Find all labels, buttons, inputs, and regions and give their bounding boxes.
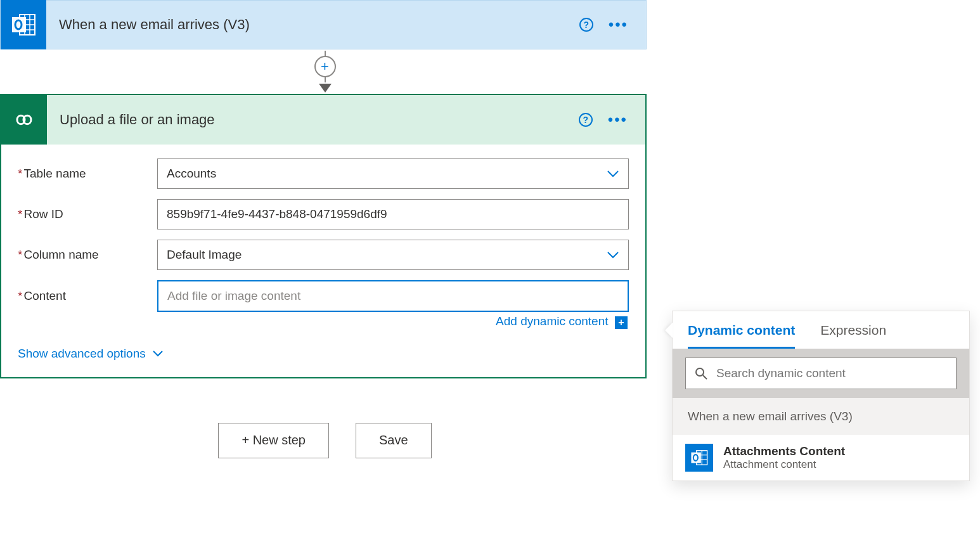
chevron-down-icon: [152, 350, 164, 357]
table-name-select[interactable]: Accounts: [157, 158, 629, 189]
dynamic-content-badge-icon[interactable]: +: [615, 316, 628, 329]
more-icon[interactable]: •••: [608, 112, 628, 127]
outlook-icon: [1, 0, 46, 49]
table-name-value: Accounts: [167, 167, 216, 181]
dataverse-icon: [1, 95, 47, 145]
content-input[interactable]: [157, 280, 629, 312]
help-icon[interactable]: ?: [579, 18, 593, 32]
arrow-down-icon: [319, 84, 332, 93]
dynamic-content-item[interactable]: Attachments Content Attachment content: [673, 435, 969, 481]
column-name-label: *Column name: [18, 248, 157, 262]
dynamic-content-popup: Dynamic content Expression When a new em…: [672, 311, 970, 481]
action-header[interactable]: Upload a file or an image ? •••: [1, 95, 645, 145]
column-name-select[interactable]: Default Image: [157, 240, 629, 270]
column-name-value: Default Image: [167, 248, 242, 262]
item-subtitle: Attachment content: [723, 458, 845, 471]
outlook-icon: [685, 444, 713, 472]
more-icon[interactable]: •••: [609, 17, 628, 32]
search-input[interactable]: [685, 358, 957, 389]
row-id-label: *Row ID: [18, 207, 157, 221]
help-icon[interactable]: ?: [579, 113, 593, 127]
action-card: Upload a file or an image ? ••• *Table n…: [0, 94, 647, 378]
trigger-card[interactable]: When a new email arrives (V3) ? •••: [0, 0, 647, 49]
svg-point-8: [696, 368, 704, 376]
new-step-button[interactable]: + New step: [218, 423, 329, 458]
table-name-label: *Table name: [18, 167, 157, 181]
row-id-input[interactable]: [157, 199, 629, 229]
tab-expression[interactable]: Expression: [820, 323, 886, 349]
popup-group-header: When a new email arrives (V3): [673, 398, 969, 435]
search-icon: [695, 367, 707, 380]
trigger-title: When a new email arrives (V3): [46, 16, 579, 33]
popup-pointer-icon: [665, 323, 673, 338]
svg-line-9: [703, 375, 707, 379]
insert-step-button[interactable]: +: [314, 56, 336, 77]
chevron-down-icon: [607, 170, 619, 177]
action-title: Upload a file or an image: [47, 112, 579, 128]
add-dynamic-content-link[interactable]: Add dynamic content: [496, 314, 608, 328]
flow-connector: +: [0, 49, 650, 94]
item-title: Attachments Content: [723, 444, 845, 458]
tab-dynamic-content[interactable]: Dynamic content: [688, 323, 795, 349]
chevron-down-icon: [607, 251, 619, 259]
show-advanced-options-link[interactable]: Show advanced options: [18, 347, 164, 361]
save-button[interactable]: Save: [356, 423, 432, 458]
content-label: *Content: [18, 289, 157, 303]
